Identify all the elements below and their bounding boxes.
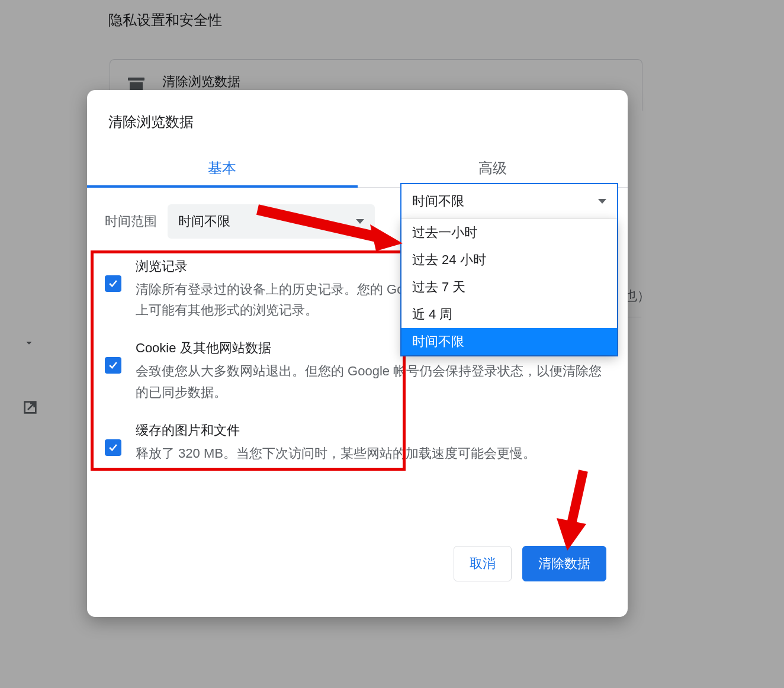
time-range-label: 时间范围 bbox=[105, 213, 157, 230]
checkbox-cookies[interactable] bbox=[105, 357, 121, 374]
tab-basic[interactable]: 基本 bbox=[87, 148, 358, 187]
checkbox-cached[interactable] bbox=[105, 439, 121, 456]
dropdown-selected[interactable]: 时间不限 bbox=[401, 184, 617, 218]
item-desc: 释放了 320 MB。当您下次访问时，某些网站的加载速度可能会更慢。 bbox=[136, 443, 536, 464]
chevron-down-icon bbox=[598, 199, 606, 204]
time-range-select[interactable]: 时间不限 bbox=[168, 204, 375, 239]
item-desc: 会致使您从大多数网站退出。但您的 Google 帐号仍会保持登录状态，以便清除您… bbox=[136, 361, 610, 402]
dropdown-option[interactable]: 过去 7 天 bbox=[401, 274, 617, 301]
checkbox-browsing-history[interactable] bbox=[105, 275, 121, 292]
dropdown-option[interactable]: 过去一小时 bbox=[401, 219, 617, 246]
clear-data-button[interactable]: 清除数据 bbox=[522, 546, 606, 581]
cancel-button[interactable]: 取消 bbox=[454, 546, 512, 581]
dropdown-option[interactable]: 近 4 周 bbox=[401, 301, 617, 328]
item-title: 缓存的图片和文件 bbox=[136, 422, 536, 439]
dropdown-option-selected[interactable]: 时间不限 bbox=[401, 328, 617, 355]
time-range-value: 时间不限 bbox=[178, 213, 230, 230]
chevron-down-icon bbox=[356, 219, 364, 224]
time-range-dropdown-open: 时间不限 过去一小时 过去 24 小时 过去 7 天 近 4 周 时间不限 bbox=[400, 183, 618, 356]
dialog-title: 清除浏览数据 bbox=[87, 90, 628, 131]
dropdown-option[interactable]: 过去 24 小时 bbox=[401, 246, 617, 274]
dropdown-list: 过去一小时 过去 24 小时 过去 7 天 近 4 周 时间不限 bbox=[401, 218, 617, 355]
dialog-tabs: 基本 高级 bbox=[87, 148, 628, 188]
tab-advanced[interactable]: 高级 bbox=[358, 148, 628, 187]
